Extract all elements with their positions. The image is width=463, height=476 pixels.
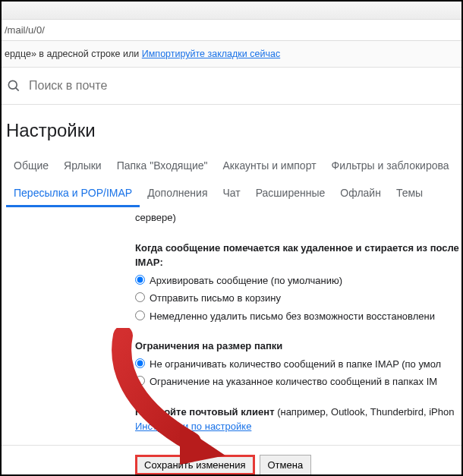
section-folder-limit: Ограничения на размер папки Не ограничив… bbox=[135, 339, 461, 389]
bookmark-hint-prefix: ердце» в адресной строке или bbox=[5, 49, 142, 59]
radio-delete-now-input[interactable] bbox=[135, 311, 145, 320]
setup-instructions-link[interactable]: Инструкции по настройке bbox=[135, 421, 251, 432]
tab-accounts[interactable]: Аккаунты и импорт bbox=[216, 153, 324, 178]
svg-line-1 bbox=[16, 88, 19, 91]
tab-filters[interactable]: Фильтры и заблокирова bbox=[324, 153, 457, 178]
address-bar[interactable]: /mail/u/0/ bbox=[2, 20, 461, 41]
radio-no-limit-input[interactable] bbox=[135, 358, 145, 368]
radio-delete-now[interactable]: Немедленно удалить письмо без возможност… bbox=[135, 309, 461, 324]
section-delete-heading: Когда сообщение помечается как удаленное… bbox=[135, 242, 459, 254]
radio-trash-label: Отправить письмо в корзину bbox=[150, 291, 281, 306]
browser-chrome-top bbox=[2, 2, 461, 20]
tab-forwarding-pop-imap[interactable]: Пересылка и POP/IMAP bbox=[6, 181, 140, 207]
tab-advanced[interactable]: Расширенные bbox=[248, 181, 333, 207]
tab-general[interactable]: Общие bbox=[6, 153, 56, 178]
search-bar[interactable] bbox=[2, 68, 461, 105]
import-bookmarks-link[interactable]: Импортируйте закладки сейчас bbox=[142, 49, 280, 59]
radio-archive[interactable]: Архивировать сообщение (по умолчанию) bbox=[135, 273, 461, 288]
tab-addons[interactable]: Дополнения bbox=[140, 181, 215, 207]
radio-limit-input[interactable] bbox=[135, 376, 145, 386]
url-fragment: /mail/u/0/ bbox=[5, 24, 45, 36]
radio-no-limit-label: Не ограничивать количество сообщений в п… bbox=[150, 357, 441, 372]
section-mail-client: Настройте почтовый клиент (например, Out… bbox=[135, 405, 461, 434]
page-title: Настройки bbox=[2, 105, 461, 153]
section-client-suffix: (например, Outlook, Thunderbird, iPhon bbox=[275, 406, 455, 418]
settings-content: сервере) Когда сообщение помечается как … bbox=[2, 207, 461, 434]
radio-archive-input[interactable] bbox=[135, 275, 145, 285]
save-changes-button[interactable]: Сохранить изменения bbox=[135, 455, 255, 475]
search-input[interactable] bbox=[29, 79, 457, 93]
radio-no-limit[interactable]: Не ограничивать количество сообщений в п… bbox=[135, 357, 461, 372]
tab-themes[interactable]: Темы bbox=[389, 181, 430, 207]
section-when-deleted: Когда сообщение помечается как удаленное… bbox=[135, 241, 461, 324]
tab-inbox[interactable]: Папка "Входящие" bbox=[109, 153, 216, 178]
bookmark-hint-bar: ердце» в адресной строке или Импортируйт… bbox=[2, 41, 461, 68]
button-row: Сохранить изменения Отмена bbox=[2, 446, 461, 475]
section-delete-heading-2: IMAP: bbox=[135, 257, 163, 268]
svg-point-0 bbox=[8, 80, 17, 89]
tab-labels[interactable]: Ярлыки bbox=[56, 153, 109, 178]
settings-tabs-row-1: Общие Ярлыки Папка "Входящие" Аккаунты и… bbox=[2, 153, 461, 178]
radio-delete-now-label: Немедленно удалить письмо без возможност… bbox=[150, 309, 435, 324]
tab-offline[interactable]: Офлайн bbox=[332, 181, 389, 207]
section-limit-heading: Ограничения на размер папки bbox=[135, 340, 282, 351]
tab-chat[interactable]: Чат bbox=[215, 181, 247, 207]
fragment-server-text: сервере) bbox=[135, 210, 461, 225]
settings-tabs-row-2: Пересылка и POP/IMAP Дополнения Чат Расш… bbox=[2, 181, 461, 207]
radio-archive-label: Архивировать сообщение (по умолчанию) bbox=[150, 273, 342, 288]
radio-limit-label: Ограничение на указанное количество сооб… bbox=[150, 374, 437, 389]
search-icon bbox=[6, 78, 21, 93]
cancel-button[interactable]: Отмена bbox=[260, 455, 312, 475]
radio-trash-input[interactable] bbox=[135, 292, 145, 302]
section-client-heading: Настройте почтовый клиент bbox=[135, 406, 275, 418]
radio-trash[interactable]: Отправить письмо в корзину bbox=[135, 291, 461, 306]
radio-limit[interactable]: Ограничение на указанное количество сооб… bbox=[135, 374, 461, 389]
